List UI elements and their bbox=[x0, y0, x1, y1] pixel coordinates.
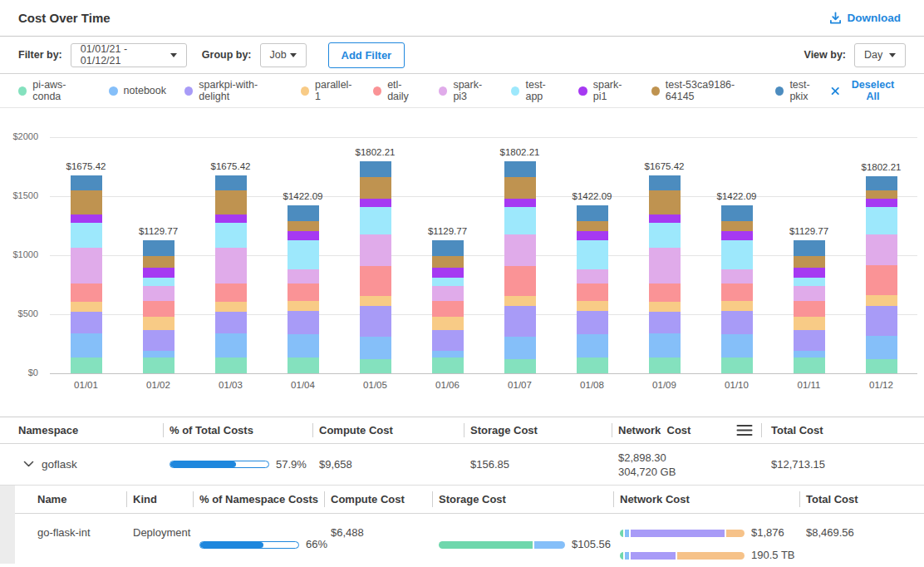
stacked-bar[interactable] bbox=[71, 175, 102, 373]
minibar-segment bbox=[625, 530, 628, 537]
indent-strip bbox=[0, 486, 15, 564]
minibar-segment bbox=[677, 552, 745, 560]
stacked-bar[interactable] bbox=[504, 161, 536, 373]
bar-segment-pi-aws-conda bbox=[577, 357, 608, 373]
legend-item[interactable]: spark-pi3 bbox=[439, 79, 493, 102]
chevron-down-icon bbox=[170, 53, 177, 57]
legend-item-label: etl-daily bbox=[387, 79, 420, 102]
bar-segment-test-pkix bbox=[866, 176, 897, 190]
column-menu-icon[interactable] bbox=[736, 424, 753, 436]
bar-segment-notebook bbox=[577, 334, 608, 357]
column-header-kind[interactable]: Kind bbox=[126, 486, 193, 513]
bar-segment-parallel-1 bbox=[866, 295, 897, 306]
bar-segment-spark-pi1 bbox=[215, 214, 247, 223]
legend-item[interactable]: pi-aws-conda bbox=[18, 79, 91, 102]
stacked-bar[interactable] bbox=[866, 176, 897, 373]
percent-total-progress-bar bbox=[170, 461, 269, 468]
chevron-down-icon[interactable] bbox=[23, 461, 34, 468]
column-header-storage-cost[interactable]: Storage Cost bbox=[464, 417, 612, 443]
y-axis-tick-label: $1500 bbox=[12, 190, 38, 200]
column-header-compute-cost[interactable]: Compute Cost bbox=[312, 417, 464, 443]
bar-column: $1129.77 bbox=[122, 226, 194, 373]
group-by-value: Job bbox=[270, 49, 287, 61]
legend-item[interactable]: test-pkix bbox=[775, 79, 826, 102]
legend-dot-icon bbox=[439, 86, 447, 96]
bar-segment-notebook bbox=[721, 334, 753, 357]
deselect-all-button[interactable]: Deselect All bbox=[826, 78, 906, 103]
legend-item-label: test-pkix bbox=[789, 79, 825, 102]
column-header-network-cost[interactable]: Network Cost bbox=[613, 486, 799, 513]
view-by-dropdown[interactable]: Day bbox=[854, 43, 906, 67]
bar-segment-test-53ca9186-64145 bbox=[71, 190, 102, 214]
bar-segment-test-pkix bbox=[794, 240, 825, 257]
group-by-dropdown[interactable]: Job bbox=[260, 43, 307, 67]
bar-segment-spark-pi1 bbox=[649, 214, 681, 223]
legend-item[interactable]: parallel-1 bbox=[301, 79, 355, 102]
stacked-bar[interactable] bbox=[143, 240, 174, 373]
bar-segment-test-pkix bbox=[215, 175, 247, 190]
network-usage-breakdown-bar bbox=[620, 552, 745, 560]
bar-segment-etl-daily bbox=[71, 284, 102, 302]
bar-segment-etl-daily bbox=[215, 284, 247, 302]
stacked-bar[interactable] bbox=[288, 205, 319, 373]
bar-segment-notebook bbox=[649, 333, 681, 357]
bar-segment-spark-pi3 bbox=[794, 286, 825, 301]
bar-segment-test-53ca9186-64145 bbox=[288, 221, 319, 232]
bar-segment-sparkpi-with-delight bbox=[288, 311, 319, 334]
bar-segment-notebook bbox=[360, 337, 391, 359]
minibar-segment bbox=[631, 552, 676, 560]
stacked-bar[interactable] bbox=[577, 205, 608, 373]
view-by-value: Day bbox=[864, 49, 882, 61]
column-header-percent-namespace[interactable]: % of Namespace Costs bbox=[193, 486, 324, 513]
namespace-row-goflask[interactable]: goflask 57.9% $9,658 $156.85 $2,898.30 3… bbox=[0, 444, 924, 486]
bar-segment-spark-pi1 bbox=[71, 214, 102, 223]
legend-dot-icon bbox=[18, 86, 27, 96]
bar-segment-etl-daily bbox=[288, 284, 319, 301]
stacked-bar[interactable] bbox=[649, 175, 681, 373]
workload-row-go-flask-int[interactable]: go-flask-int Deployment 66% $6,488 $105.… bbox=[15, 514, 924, 564]
stacked-bar[interactable] bbox=[215, 175, 247, 373]
legend-item-label: notebook bbox=[124, 85, 166, 96]
legend-item[interactable]: test-53ca9186-64145 bbox=[651, 79, 758, 102]
y-axis-tick-label: $500 bbox=[18, 308, 38, 318]
legend-dot-icon bbox=[301, 86, 309, 96]
bar-segment-etl-daily bbox=[360, 266, 391, 296]
download-button[interactable]: Download bbox=[824, 11, 907, 25]
legend: pi-aws-condanotebooksparkpi-with-delight… bbox=[0, 74, 924, 108]
chart-x-axis: 01/0101/0201/0301/0401/0501/0601/0701/08… bbox=[50, 380, 917, 390]
x-axis-label: 01/10 bbox=[700, 380, 773, 390]
stacked-bar[interactable] bbox=[721, 205, 753, 373]
stacked-bar[interactable] bbox=[794, 240, 825, 373]
bar-segment-spark-pi1 bbox=[577, 231, 608, 240]
legend-item[interactable]: test-app bbox=[511, 79, 560, 102]
bar-segment-spark-pi3 bbox=[649, 248, 681, 284]
network-cost-header-label: Network Cost bbox=[618, 424, 691, 436]
stacked-bar[interactable] bbox=[360, 161, 391, 373]
date-range-value: 01/01/21 - 01/12/21 bbox=[81, 43, 170, 67]
column-header-network-cost[interactable]: Network Cost bbox=[612, 417, 761, 443]
bar-column: $1422.09 bbox=[267, 191, 339, 373]
bar-column: $1675.42 bbox=[50, 161, 122, 373]
column-header-percent-total[interactable]: % of Total Costs bbox=[163, 417, 312, 443]
legend-dot-icon bbox=[373, 86, 381, 96]
column-header-storage-cost[interactable]: Storage Cost bbox=[432, 486, 613, 513]
bar-segment-test-app bbox=[215, 223, 247, 248]
column-header-total-cost[interactable]: Total Cost bbox=[799, 486, 924, 513]
column-header-compute-cost[interactable]: Compute Cost bbox=[324, 486, 432, 513]
stacked-bar[interactable] bbox=[432, 240, 464, 373]
legend-item[interactable]: sparkpi-with-delight bbox=[184, 79, 283, 102]
legend-dot-icon bbox=[651, 86, 660, 96]
add-filter-button[interactable]: Add Filter bbox=[328, 42, 405, 68]
bar-total-label: $1422.09 bbox=[283, 191, 323, 201]
progress-fill bbox=[200, 542, 263, 548]
column-header-total-cost[interactable]: Total Cost bbox=[761, 417, 924, 443]
legend-item[interactable]: etl-daily bbox=[373, 79, 420, 102]
bar-segment-etl-daily bbox=[143, 301, 174, 318]
legend-item[interactable]: spark-pi1 bbox=[578, 79, 632, 102]
column-header-name[interactable]: Name bbox=[15, 486, 126, 513]
date-range-dropdown[interactable]: 01/01/21 - 01/12/21 bbox=[71, 43, 187, 67]
deselect-all-label: Deselect All bbox=[845, 79, 901, 102]
legend-item[interactable]: notebook bbox=[109, 85, 166, 96]
column-header-namespace[interactable]: Namespace bbox=[0, 417, 163, 443]
workload-section: Name Kind % of Namespace Costs Compute C… bbox=[0, 486, 924, 564]
